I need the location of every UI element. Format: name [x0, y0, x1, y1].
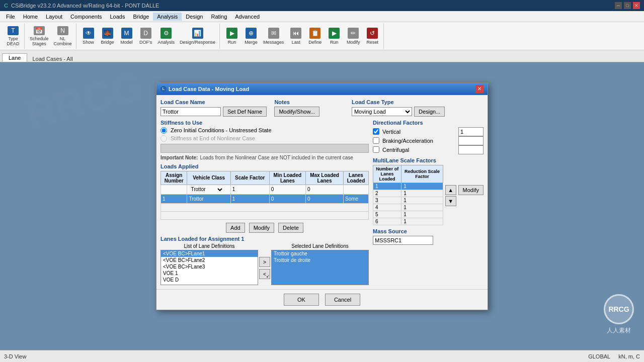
ml-row-6[interactable]: 6 1: [373, 218, 443, 225]
radio-nonlinear-input[interactable]: [160, 135, 167, 142]
show-btn[interactable]: 👁 Show: [79, 25, 98, 47]
menu-analysis[interactable]: Analysis: [153, 13, 182, 21]
menu-layout[interactable]: Layout: [42, 13, 66, 21]
toolbar-group-main: 👁 Show 🌉 Bridge M Model D DOF's ⚙ Analys…: [77, 24, 220, 49]
lane-tab[interactable]: Lane: [2, 53, 27, 62]
menu-loads[interactable]: Loads: [106, 13, 129, 21]
radio-zero-input[interactable]: [160, 127, 167, 134]
dialog-close-btn[interactable]: ✕: [475, 85, 484, 93]
arrow-left-btn[interactable]: < ↙: [259, 269, 270, 279]
loads-applied-label: Loads Applied: [160, 163, 369, 169]
modify-show-btn[interactable]: Modify/Show...: [274, 107, 319, 117]
ml-scroll-down[interactable]: ▼: [445, 196, 456, 206]
selected-item-2[interactable]: Trottoir de droite: [272, 257, 368, 263]
run2-icon: ▶: [329, 28, 340, 39]
vertical-value[interactable]: [458, 127, 484, 136]
lane-item-2[interactable]: <VOE BC>FLane2: [161, 257, 258, 263]
delete-btn[interactable]: Delete: [278, 223, 303, 233]
multilane-section: MultiLane Scale Factors Number ofLanesLo…: [373, 157, 484, 225]
reset-btn[interactable]: ↺ Reset: [363, 25, 381, 47]
last-icon: ⏮: [290, 28, 301, 39]
ml-row-2[interactable]: 2 1: [373, 190, 443, 197]
mass-source-input[interactable]: [373, 236, 433, 245]
analysis-label: Analysis: [158, 40, 175, 45]
dofs-btn[interactable]: D DOF's: [137, 25, 155, 47]
ml-row-4[interactable]: 4 1: [373, 204, 443, 211]
centrifugal-checkbox[interactable]: [373, 146, 379, 153]
status-left: 3-D View: [4, 353, 26, 359]
model-btn[interactable]: M Model: [118, 25, 136, 47]
type-label: TypeDEAD: [7, 36, 19, 46]
note-label: Important Note:: [160, 155, 198, 160]
default-min[interactable]: [269, 185, 305, 194]
design-response-btn[interactable]: 📊 Design/Response: [178, 25, 217, 47]
default-scale[interactable]: [230, 185, 269, 194]
lane-item-1[interactable]: <VOE BC>FLane1: [161, 250, 258, 257]
dialog-title: Load Case Data - Moving Load: [169, 86, 249, 92]
row1-scale: 1: [230, 194, 269, 203]
lane-item-4[interactable]: VOE 1: [161, 270, 258, 277]
menu-rating[interactable]: Rating: [207, 13, 231, 21]
menu-advanced[interactable]: Advanced: [231, 13, 264, 21]
menu-home[interactable]: Home: [19, 13, 42, 21]
menu-bridge[interactable]: Bridge: [129, 13, 153, 21]
load-case-name-input[interactable]: [160, 107, 221, 116]
set-def-name-btn[interactable]: Set Def Name: [223, 107, 267, 117]
show-label: Show: [83, 40, 94, 45]
lane-item-3[interactable]: <VOE BC>FLane3: [161, 263, 258, 270]
menu-design[interactable]: Design: [182, 13, 207, 21]
selected-label: Selected Lane Definitions: [271, 243, 369, 249]
braking-value[interactable]: [458, 136, 484, 145]
note-row: Important Note: Loads from the Nonlinear…: [160, 155, 369, 160]
menu-components[interactable]: Components: [66, 13, 106, 21]
braking-checkbox[interactable]: [373, 137, 379, 144]
vertical-checkbox[interactable]: [373, 128, 379, 135]
menu-file[interactable]: File: [2, 13, 19, 21]
modify-btn[interactable]: Modify: [249, 223, 274, 233]
define-btn[interactable]: 📋 Define: [306, 25, 324, 47]
selected-lane-box: Trottoir gauche Trottoir de droite: [271, 250, 369, 285]
loads-table: AssignNumber Vehicle Class Scale Factor …: [160, 171, 369, 220]
multilane-modify-btn[interactable]: Modify: [458, 185, 484, 195]
define-label: Define: [308, 40, 321, 45]
add-btn[interactable]: Add: [226, 223, 245, 233]
type-btn[interactable]: T TypeDEAD: [4, 25, 22, 47]
design-btn[interactable]: Design...: [414, 107, 445, 117]
messages-btn[interactable]: ✉ Messages: [261, 25, 286, 47]
lane-item-5[interactable]: VOE D: [161, 277, 258, 283]
row1: Load Case Name Set Def Name Notes Modify…: [160, 99, 484, 117]
modify-icon: ✏: [348, 28, 359, 39]
table-row-1[interactable]: 1 Trottor 1 0 0 Some: [161, 194, 369, 203]
ml-row-5[interactable]: 5 1: [373, 211, 443, 218]
bridge-btn[interactable]: 🌉 Bridge: [99, 25, 117, 47]
ml-row-1[interactable]: 1 1: [373, 183, 443, 190]
arrow-right-btn[interactable]: >: [259, 257, 270, 267]
reset-label: Reset: [366, 40, 378, 45]
multilane-label: MultiLane Scale Factors: [373, 157, 484, 163]
default-vehicle-select[interactable]: Trottor: [189, 186, 224, 194]
dir-braking: Braking/Acceleration: [373, 136, 484, 145]
close-btn[interactable]: ✕: [633, 2, 640, 9]
run2-label: Run: [330, 40, 339, 45]
maximize-btn[interactable]: □: [624, 2, 631, 9]
minimize-btn[interactable]: ─: [615, 2, 622, 9]
schedule-stages-btn[interactable]: 📅 ScheduleStages: [28, 25, 51, 47]
cancel-btn[interactable]: Cancel: [325, 294, 360, 306]
centrifugal-value[interactable]: [458, 145, 484, 154]
model-icon: M: [121, 28, 132, 39]
ml-scroll-up[interactable]: ▲: [445, 185, 456, 195]
selected-item-1[interactable]: Trottoir gauche: [272, 250, 368, 257]
last-btn[interactable]: ⏮ Last: [287, 25, 305, 47]
run-btn[interactable]: ▶ Run: [223, 25, 241, 47]
merge-btn[interactable]: ⊕ Merge: [242, 25, 260, 47]
nl-btn[interactable]: N NLCombine: [52, 25, 74, 47]
run2-btn[interactable]: ▶ Run: [325, 25, 343, 47]
analysis-btn[interactable]: ⚙ Analysis: [156, 25, 177, 47]
ok-btn[interactable]: OK: [284, 294, 319, 306]
dialog-title-bar: L Load Case Data - Moving Load ✕: [156, 83, 488, 95]
modify-toolbar-btn[interactable]: ✏ Modify: [344, 25, 362, 47]
default-max[interactable]: [306, 185, 344, 194]
ml-row-3[interactable]: 3 1: [373, 197, 443, 204]
load-case-type-select[interactable]: Moving Load: [352, 107, 412, 116]
schedule-icon: 📅: [34, 26, 45, 35]
